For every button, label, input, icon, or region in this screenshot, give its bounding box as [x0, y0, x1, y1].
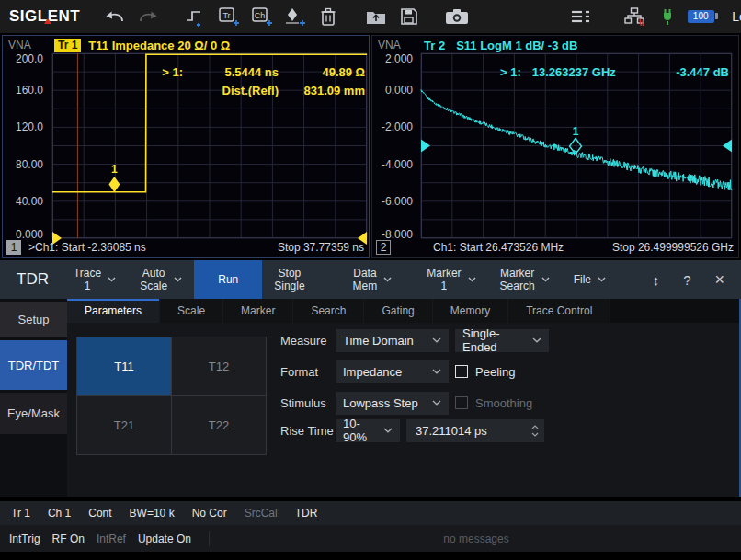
recall-file-icon[interactable]	[364, 3, 388, 30]
t-button-label: T12	[209, 360, 229, 373]
add-marker-icon[interactable]	[283, 3, 307, 30]
measure-value: Time Domain	[343, 334, 414, 348]
add-trace-icon[interactable]: Tr	[217, 3, 241, 30]
toolbar: SIGLENT Tr Ch	[0, 0, 741, 33]
resize-panel-button[interactable]: ↕	[641, 260, 672, 299]
status-trigger[interactable]: IntTrig	[9, 532, 40, 545]
siglent-logo: SIGLENT	[9, 7, 80, 26]
trace-select-menu[interactable]: Trace1	[62, 260, 128, 299]
marker-readout-time: 5.5444 ns	[183, 65, 279, 79]
y-tick: 0.000	[16, 228, 43, 241]
tab-label: Scale	[177, 304, 205, 317]
menu-list-icon[interactable]	[569, 3, 593, 30]
risetime-input[interactable]: 37.211014 ps	[406, 419, 544, 442]
marker-readout-dist-value: 831.09 mm	[279, 84, 365, 97]
marker-menu[interactable]: Marker1	[415, 260, 487, 299]
risetime-row: Rise Time 10-90% 37.211014 ps	[280, 418, 549, 442]
resize-icon: ↕	[653, 272, 660, 288]
stop-single-button[interactable]: StopSingle	[262, 260, 316, 299]
status-sweep-mode[interactable]: Cont	[88, 507, 111, 520]
vna-window-1[interactable]: VNA Tr 1 T11 Impedance 20 Ω/ 0 Ω 200.0 1…	[2, 35, 370, 258]
trace-1-badge[interactable]: Tr 1	[54, 39, 81, 52]
add-channel-icon[interactable]: Ch	[250, 3, 274, 30]
trace-2-label[interactable]: Tr 2	[424, 39, 445, 52]
tdr-plot[interactable]: 1 > 1: 5.5444 ns 49.89 Ω Dist.(Refl) 831…	[52, 53, 367, 238]
file-menu[interactable]: File	[562, 260, 618, 299]
t21-button[interactable]: T21	[77, 396, 171, 454]
sidebar-item-setup[interactable]: Setup	[0, 302, 67, 337]
chevron-down-icon	[432, 369, 441, 374]
y-tick: 0.000	[385, 84, 413, 97]
tdr-main: Parameters Scale Marker Search Gating Me…	[67, 299, 739, 497]
status-channel[interactable]: Ch 1	[48, 507, 71, 520]
tab-trace-control[interactable]: Trace Control	[508, 299, 610, 323]
tdr-menubar: TDR Trace1 AutoScale Run StopSingle Data…	[0, 260, 741, 299]
measure-mode-select[interactable]: Single-Ended	[455, 329, 549, 352]
tab-memory[interactable]: Memory	[433, 299, 508, 323]
tab-label: Search	[311, 304, 346, 317]
smoothing-checkbox	[455, 396, 468, 409]
close-icon: ×	[714, 270, 724, 290]
panel-title: TDR	[0, 260, 62, 299]
status-update[interactable]: Update On	[138, 532, 191, 545]
peeling-checkbox[interactable]	[455, 365, 468, 378]
save-icon[interactable]	[397, 3, 421, 30]
tab-search[interactable]: Search	[293, 299, 364, 323]
chevron-down-icon	[383, 277, 392, 282]
tab-label: Trace Control	[526, 304, 592, 317]
screenshot-camera-icon[interactable]	[445, 3, 469, 30]
network-disconnected-icon[interactable]: \u00d7	[622, 3, 646, 30]
marker-readout-freq: 13.263237 GHz	[532, 65, 616, 79]
window-1-number[interactable]: 1	[6, 240, 21, 255]
status-bandwidth[interactable]: BW=10 k	[130, 507, 175, 520]
redo-icon[interactable]	[136, 3, 160, 30]
status-tdr[interactable]: TDR	[295, 507, 318, 520]
undo-icon[interactable]	[103, 3, 127, 30]
power-plug-icon	[656, 3, 679, 30]
smoothing-checkbox-group: Smoothing	[455, 396, 532, 410]
run-button[interactable]: Run	[194, 260, 262, 299]
t22-button[interactable]: T22	[172, 396, 266, 454]
sidebar-item-eye-mask[interactable]: Eye/Mask	[0, 393, 67, 434]
auto-scale-menu[interactable]: AutoScale	[128, 260, 194, 299]
delete-icon[interactable]	[316, 3, 340, 30]
readout-spacer	[137, 84, 183, 97]
close-panel-button[interactable]: ×	[702, 260, 741, 299]
status-rf[interactable]: RF On	[52, 532, 85, 545]
tab-gating[interactable]: Gating	[364, 299, 432, 323]
status-trace[interactable]: Tr 1	[11, 507, 30, 520]
y-tick: 80.00	[16, 158, 43, 171]
trace-1-title[interactable]: T11 Impedance 20 Ω/ 0 Ω	[88, 39, 230, 52]
spinner-arrows[interactable]	[531, 425, 539, 437]
window-2-number[interactable]: 2	[376, 240, 391, 255]
stimulus-select[interactable]: Lowpass Step	[336, 392, 449, 415]
tab-parameters[interactable]: Parameters	[67, 299, 160, 323]
status-correction[interactable]: No Cor	[192, 507, 227, 520]
spinner-up-icon[interactable]	[531, 425, 539, 429]
t12-button[interactable]: T12	[172, 337, 266, 395]
help-button[interactable]: ?	[671, 260, 702, 299]
tab-scale[interactable]: Scale	[160, 299, 223, 323]
sidebar-item-tdr-tdt[interactable]: TDR/TDT	[0, 340, 67, 390]
svg-text:1: 1	[111, 163, 118, 176]
trace-2-title[interactable]: S11 LogM 1 dB/ -3 dB	[456, 39, 577, 52]
svg-text:Ch: Ch	[254, 11, 265, 20]
tab-marker[interactable]: Marker	[223, 299, 293, 323]
marker-search-menu[interactable]: MarkerSearch	[488, 260, 562, 299]
status-srccal: SrcCal	[245, 507, 278, 520]
risetime-range-select[interactable]: 10-90%	[336, 419, 400, 442]
marker-readout-dist-label: Dist.(Refl)	[183, 84, 279, 97]
stimulus-value: Lowpass Step	[343, 396, 418, 410]
local-mode-label[interactable]: Local	[732, 9, 741, 24]
format-select[interactable]: Impedance	[336, 360, 449, 383]
format-row: Format Impedance Peeling	[280, 360, 549, 383]
spinner-down-icon[interactable]	[531, 432, 539, 437]
add-trace-waveform-icon[interactable]	[184, 3, 208, 30]
measure-select[interactable]: Time Domain	[336, 329, 449, 352]
vna-window-2[interactable]: VNA Tr 2 S11 LogM 1 dB/ -3 dB 2.000 0.00…	[371, 35, 739, 258]
message-area: no messages	[211, 532, 741, 545]
risetime-value: 37.211014 ps	[416, 424, 487, 438]
s11-plot[interactable]: 1 > 1: 13.263237 GHz -3.447 dB	[421, 53, 732, 238]
data-mem-menu[interactable]: DataMem	[341, 260, 405, 299]
t11-button[interactable]: T11	[77, 337, 171, 395]
